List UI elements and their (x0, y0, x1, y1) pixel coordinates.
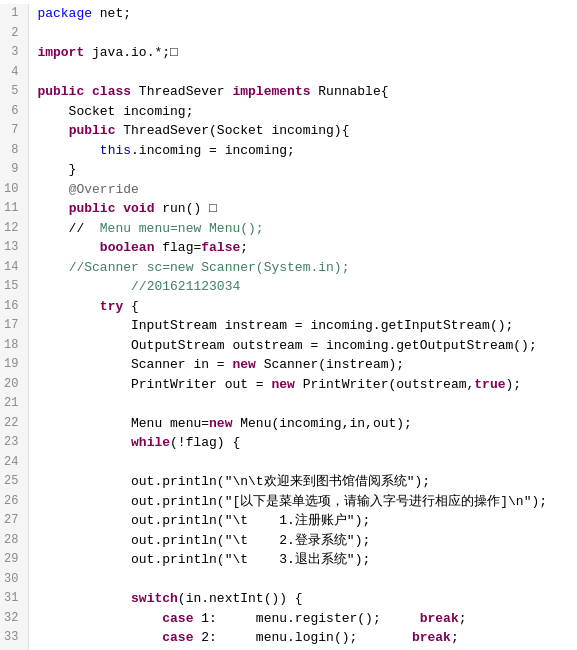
code-line: @Override (37, 180, 577, 200)
code-line: Menu menu=new Menu(incoming,in,out); (37, 414, 577, 434)
code-line: out.println("\t 3.退出系统"); (37, 550, 577, 570)
line-number: 1 (0, 4, 22, 24)
code-line: public ThreadSever(Socket incoming){ (37, 121, 577, 141)
code-line (37, 24, 577, 44)
line-number: 10 (0, 180, 22, 200)
line-number: 33 (0, 628, 22, 648)
code-line: package net; (37, 4, 577, 24)
code-line: out.println("\t 2.登录系统"); (37, 531, 577, 551)
code-line: switch(in.nextInt()) { (37, 589, 577, 609)
code-line: Scanner in = new Scanner(instream); (37, 355, 577, 375)
code-line: PrintWriter out = new PrintWriter(outstr… (37, 375, 577, 395)
code-line (37, 63, 577, 83)
line-number: 20 (0, 375, 22, 395)
line-number: 12 (0, 219, 22, 239)
code-line: case 1: menu.register(); break; (37, 609, 577, 629)
line-number: 15 (0, 277, 22, 297)
line-number: 31 (0, 589, 22, 609)
code-line: out.println("\t 1.注册账户"); (37, 511, 577, 531)
code-line: this.incoming = incoming; (37, 141, 577, 161)
line-number: 3 (0, 43, 22, 63)
code-line: try { (37, 297, 577, 317)
line-number: 19 (0, 355, 22, 375)
code-line: } (37, 160, 577, 180)
code-line: Socket incoming; (37, 102, 577, 122)
code-line: InputStream instream = incoming.getInput… (37, 316, 577, 336)
code-line: out.println("[以下是菜单选项，请输入字号进行相应的操作]\n"); (37, 492, 577, 512)
line-number: 29 (0, 550, 22, 570)
code-line: out.println("\n\t欢迎来到图书馆借阅系统"); (37, 472, 577, 492)
line-number: 13 (0, 238, 22, 258)
line-number: 28 (0, 531, 22, 551)
line-number: 9 (0, 160, 22, 180)
code-line: //Scanner sc=new Scanner(System.in); (37, 258, 577, 278)
code-line: boolean flag=false; (37, 238, 577, 258)
line-number-gutter: 1234567891011121314151617181920212223242… (0, 4, 29, 650)
line-number: 7 (0, 121, 22, 141)
code-line: // Menu menu=new Menu(); (37, 219, 577, 239)
code-line: import java.io.*;□ (37, 43, 577, 63)
line-number: 4 (0, 63, 22, 83)
line-number: 6 (0, 102, 22, 122)
code-line: while(!flag) { (37, 433, 577, 453)
line-number: 16 (0, 297, 22, 317)
code-editor: 1234567891011121314151617181920212223242… (0, 0, 577, 650)
line-number: 27 (0, 511, 22, 531)
code-line: public class ThreadSever implements Runn… (37, 82, 577, 102)
line-number: 24 (0, 453, 22, 473)
line-number: 30 (0, 570, 22, 590)
code-line: //201621123034 (37, 277, 577, 297)
line-number: 8 (0, 141, 22, 161)
code-content[interactable]: package net; import java.io.*;□ public c… (29, 4, 577, 650)
code-line: OutputStream outstream = incoming.getOut… (37, 336, 577, 356)
line-number: 2 (0, 24, 22, 44)
line-number: 32 (0, 609, 22, 629)
line-number: 21 (0, 394, 22, 414)
line-number: 11 (0, 199, 22, 219)
code-line (37, 570, 577, 590)
code-line (37, 453, 577, 473)
line-number: 26 (0, 492, 22, 512)
line-number: 17 (0, 316, 22, 336)
line-number: 25 (0, 472, 22, 492)
line-number: 5 (0, 82, 22, 102)
code-line: case 2: menu.login(); break; (37, 628, 577, 648)
code-line (37, 394, 577, 414)
line-number: 22 (0, 414, 22, 434)
line-number: 14 (0, 258, 22, 278)
line-number: 18 (0, 336, 22, 356)
line-number: 23 (0, 433, 22, 453)
code-line: public void run() □ (37, 199, 577, 219)
